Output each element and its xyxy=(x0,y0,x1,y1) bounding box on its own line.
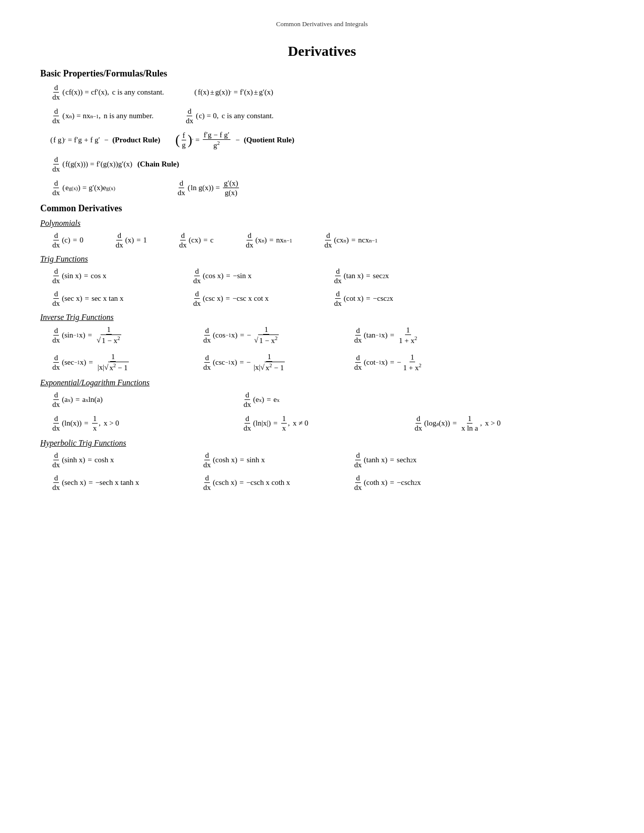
trig-subtitle: Trig Functions xyxy=(40,255,604,264)
trig-subsection: Trig Functions ddx (sin x) =cos x ddx (c… xyxy=(40,255,604,308)
exp-log-subsection: Exponential/Logarithm Functions ddx (ax)… xyxy=(40,378,604,433)
basic-section: Basic Properties/Formulas/Rules ddx (cf(… xyxy=(40,68,604,197)
polynomials-subtitle: Polynomials xyxy=(40,219,604,228)
inverse-trig-subtitle: Inverse Trig Functions xyxy=(40,313,604,322)
main-title: Derivatives xyxy=(40,43,604,59)
page-header: Common Derivatives and Integrals xyxy=(40,20,604,28)
inverse-trig-subsection: Inverse Trig Functions ddx (sin−1 x) = 1… xyxy=(40,313,604,372)
hyperbolic-subtitle: Hyperbolic Trig Functions xyxy=(40,439,604,448)
exp-log-subtitle: Exponential/Logarithm Functions xyxy=(40,378,604,387)
polynomials-subsection: Polynomials ddx (c) =0 ddx (x) =1 ddx (c… xyxy=(40,219,604,249)
basic-title: Basic Properties/Formulas/Rules xyxy=(40,68,604,79)
common-title: Common Derivatives xyxy=(40,203,604,214)
hyperbolic-subsection: Hyperbolic Trig Functions ddx (sinh x) =… xyxy=(40,439,604,492)
common-section: Common Derivatives Polynomials ddx (c) =… xyxy=(40,203,604,492)
